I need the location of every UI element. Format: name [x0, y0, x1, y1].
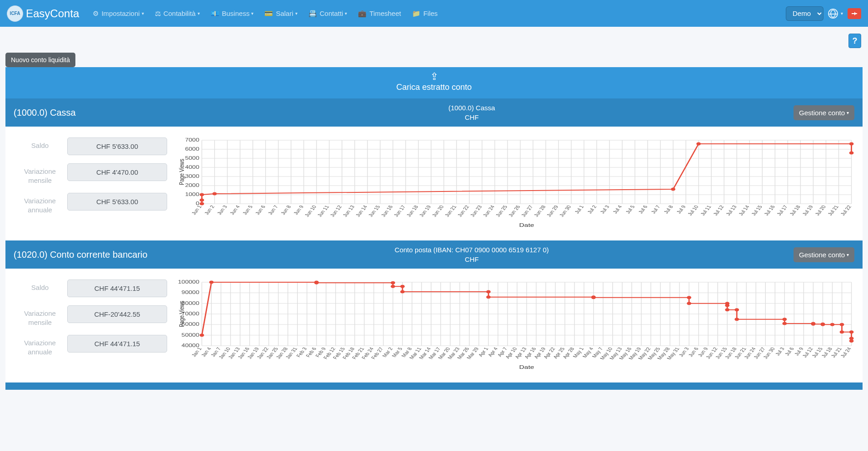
svg-text:Jul 5: Jul 5 — [624, 205, 635, 214]
help-button[interactable]: ? — [848, 34, 861, 48]
contacts-icon: 📇 — [308, 10, 317, 18]
svg-text:Jun 6: Jun 6 — [254, 205, 267, 216]
svg-text:4000: 4000 — [185, 165, 199, 170]
brand[interactable]: ICFA EasyConta — [7, 5, 79, 22]
caret-down-icon: ▾ — [251, 11, 253, 16]
svg-text:Jun 11: Jun 11 — [316, 205, 330, 217]
chart-cassa: 01000200030004000500060007000Jun 1Jun 2J… — [176, 137, 855, 230]
stat-label-var-annuale: Variazione annuale — [13, 193, 67, 214]
nav-salari[interactable]: 💳Salari▾ — [260, 7, 302, 20]
svg-point-129 — [849, 152, 853, 154]
svg-text:50000: 50000 — [182, 333, 199, 338]
svg-point-309 — [830, 323, 834, 326]
svg-point-288 — [391, 281, 395, 284]
nav-timesheet[interactable]: 💼Timesheet — [353, 7, 405, 20]
stats-cassa: Saldo CHF 5'633.00 Variazione mensile CH… — [13, 137, 167, 230]
svg-point-299 — [725, 304, 729, 307]
svg-point-290 — [401, 285, 404, 288]
wallet-icon: 💳 — [264, 10, 273, 18]
stats-bancario: Saldo CHF 44'471.15 Variazione mensile C… — [13, 279, 167, 372]
svg-text:Jul 3: Jul 3 — [774, 347, 785, 356]
svg-text:Jul 15: Jul 15 — [750, 205, 763, 216]
nuovo-conto-button[interactable]: Nuovo conto liquidità — [5, 53, 75, 67]
button-label: Gestione conto — [799, 109, 845, 117]
account-center-top: (1000.0) Cassa — [150, 104, 794, 112]
briefcase-icon: 💼 — [358, 10, 367, 18]
svg-point-313 — [849, 337, 853, 340]
nav-label: Contabilità — [164, 10, 196, 17]
gestione-conto-button[interactable]: Gestione conto▾ — [794, 105, 854, 120]
brand-name: EasyConta — [26, 7, 79, 20]
svg-text:Jun 27: Jun 27 — [520, 205, 534, 217]
account-center: Conto posta (IBAN: CH07 0900 0000 6519 6… — [150, 246, 794, 263]
nav-right: Demo ▾ — [786, 6, 861, 21]
svg-text:Jun 15: Jun 15 — [367, 205, 381, 217]
gestione-conto-button[interactable]: Gestione conto▾ — [794, 247, 854, 262]
svg-text:Jun 28: Jun 28 — [532, 205, 546, 217]
svg-text:Jul 20: Jul 20 — [814, 205, 827, 216]
svg-point-296 — [687, 296, 691, 299]
caret-down-icon: ▾ — [142, 11, 144, 16]
svg-text:Jun 17: Jun 17 — [392, 205, 407, 217]
svg-text:6000: 6000 — [185, 147, 199, 152]
navbar: ICFA EasyConta ⚙Impostazioni▾ ⚖Contabili… — [0, 0, 868, 27]
logout-icon — [852, 13, 857, 14]
caret-down-icon: ▾ — [198, 11, 200, 16]
svg-text:Jul 11: Jul 11 — [699, 205, 712, 216]
svg-text:Jul 7: Jul 7 — [650, 205, 661, 214]
upload-text: Carica estratto conto — [5, 83, 863, 92]
nav-impostazioni[interactable]: ⚙Impostazioni▾ — [88, 7, 148, 20]
folder-icon: 📁 — [412, 10, 421, 18]
svg-point-295 — [591, 296, 595, 299]
nav-label: Impostazioni — [101, 10, 139, 17]
svg-point-125 — [213, 192, 216, 195]
svg-point-285 — [209, 281, 213, 284]
svg-text:Page Views: Page Views — [178, 159, 185, 185]
account-body-bancario: Saldo CHF 44'471.15 Variazione mensile C… — [5, 269, 863, 382]
stat-label-saldo: Saldo — [13, 137, 67, 150]
stat-label-var-mensile: Variazione mensile — [13, 305, 67, 327]
nav-business[interactable]: 💶Business▾ — [206, 7, 258, 20]
caret-down-icon: ▾ — [847, 252, 849, 257]
caret-down-icon[interactable]: ▾ — [841, 11, 843, 16]
caret-down-icon: ▾ — [345, 11, 347, 16]
svg-point-292 — [486, 290, 490, 293]
stat-value-saldo: CHF 5'633.00 — [67, 137, 167, 155]
stat-row: Variazione annuale CHF 44'471.15 — [13, 335, 167, 356]
footer-bar — [5, 382, 863, 390]
svg-text:Jun 19: Jun 19 — [418, 205, 432, 217]
account-header-bancario: (1020.0) Conto corrente bancario Conto p… — [5, 240, 863, 269]
svg-text:Jun 10: Jun 10 — [303, 205, 317, 217]
svg-text:Jun 29: Jun 29 — [546, 205, 560, 217]
button-label: Gestione conto — [799, 251, 845, 259]
account-currency: CHF — [150, 255, 794, 263]
upload-bar[interactable]: ⇪ Carica estratto conto — [5, 67, 863, 98]
svg-text:Jun 25: Jun 25 — [494, 205, 508, 217]
chart-bancario: 400005000060000700008000090000100000Jan … — [176, 279, 855, 372]
logout-button[interactable] — [848, 8, 861, 19]
company-select[interactable]: Demo — [786, 6, 823, 21]
nav-files[interactable]: 📁Files — [407, 7, 442, 20]
svg-text:Jun 12: Jun 12 — [329, 205, 343, 217]
svg-text:Jun 7: Jun 7 — [267, 205, 279, 216]
svg-text:Jun 9: Jun 9 — [292, 205, 305, 216]
nav-label: Salari — [276, 10, 293, 17]
stat-row: Variazione annuale CHF 5'633.00 — [13, 193, 167, 214]
globe-icon[interactable] — [828, 9, 838, 19]
svg-point-297 — [687, 302, 691, 305]
stat-label-var-mensile: Variazione mensile — [13, 163, 67, 185]
stat-label-var-annuale: Variazione annuale — [13, 335, 67, 356]
svg-text:Date: Date — [519, 222, 534, 228]
account-center-top: Conto posta (IBAN: CH07 0900 0000 6519 6… — [150, 246, 794, 254]
stat-row: Saldo CHF 5'633.00 — [13, 137, 167, 155]
svg-text:Jul 17: Jul 17 — [775, 205, 789, 216]
svg-point-284 — [200, 334, 203, 337]
svg-text:Jul 2: Jul 2 — [586, 205, 597, 214]
nav-contatti[interactable]: 📇Contatti▾ — [304, 7, 352, 20]
svg-point-124 — [200, 193, 203, 196]
svg-point-127 — [697, 142, 700, 145]
nav-contabilita[interactable]: ⚖Contabilità▾ — [150, 7, 204, 20]
svg-text:Jun 2: Jun 2 — [203, 205, 216, 216]
svg-text:3000: 3000 — [185, 174, 199, 179]
svg-text:Jun 23: Jun 23 — [469, 205, 483, 217]
